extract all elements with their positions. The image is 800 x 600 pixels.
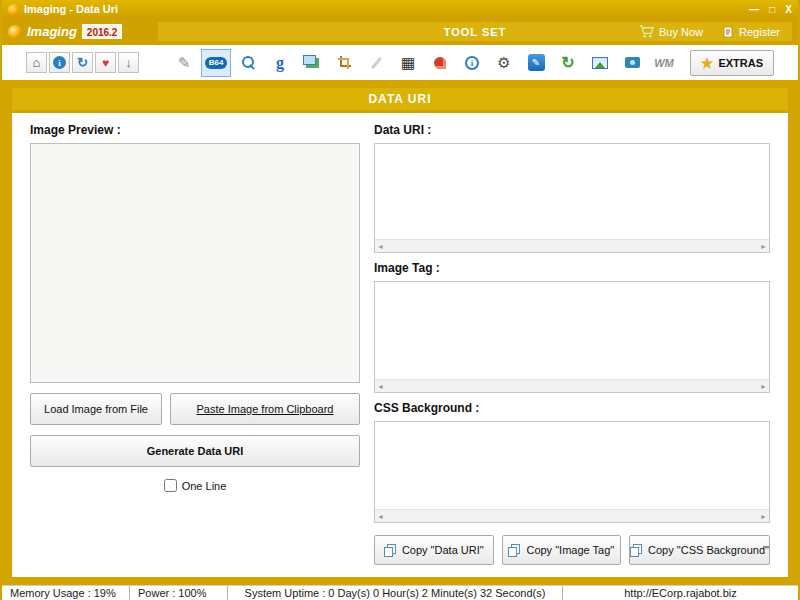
download-icon: ↓ bbox=[125, 56, 132, 69]
screenshot-button[interactable] bbox=[617, 49, 647, 77]
pixel-grid-button[interactable]: ▦ bbox=[393, 49, 423, 77]
version-badge: 2016.2 bbox=[82, 24, 123, 39]
copy-css-background-button[interactable]: Copy "CSS Background" bbox=[629, 535, 770, 565]
b64-icon: B64 bbox=[205, 57, 228, 69]
image-tag-textarea[interactable] bbox=[375, 282, 769, 379]
buy-now-label: Buy Now bbox=[659, 26, 703, 38]
copy-data-uri-label: Copy "Data URI" bbox=[402, 544, 484, 556]
data-uri-label: Data URI : bbox=[374, 123, 770, 139]
toolbar: ⌂ i ↻ ♥ ↓ ✎ B64 g ▦ i ⚙ ✎ ↻ WM ★ EXTRAS bbox=[2, 45, 798, 80]
base64-encoder-button[interactable]: B64 bbox=[201, 49, 231, 77]
toolset-strip: TOOL SET Buy Now Register bbox=[158, 22, 792, 41]
info-icon: i bbox=[53, 56, 66, 69]
search-icon bbox=[242, 56, 255, 69]
refresh-button[interactable]: ↻ bbox=[553, 49, 583, 77]
content-frame: DATA URI Image Preview : Load Image from… bbox=[2, 80, 798, 585]
page-title: DATA URI bbox=[12, 88, 788, 110]
register-icon bbox=[723, 26, 734, 38]
photos-icon bbox=[303, 55, 316, 65]
star-icon: ★ bbox=[701, 56, 714, 70]
data-uri-box: ◄ ► bbox=[374, 143, 770, 253]
scroll-right-icon[interactable]: ► bbox=[760, 243, 767, 250]
register-button[interactable]: Register bbox=[723, 26, 780, 38]
download-button[interactable]: ↓ bbox=[118, 52, 139, 73]
image-tag-hscrollbar[interactable]: ◄ ► bbox=[375, 379, 769, 392]
maximize-button[interactable]: □ bbox=[769, 4, 775, 15]
color-picker-button[interactable]: ✎ bbox=[169, 49, 199, 77]
one-line-label: One Line bbox=[182, 480, 227, 492]
scroll-left-icon[interactable]: ◄ bbox=[377, 513, 384, 520]
copy-css-background-label: Copy "CSS Background" bbox=[648, 544, 769, 556]
favorite-button[interactable]: ♥ bbox=[95, 52, 116, 73]
load-paste-row: Load Image from File Paste Image from Cl… bbox=[30, 393, 360, 425]
buy-now-button[interactable]: Buy Now bbox=[639, 25, 703, 38]
tool-set: ✎ B64 g ▦ i ⚙ ✎ ↻ WM bbox=[169, 49, 679, 77]
brush-icon bbox=[370, 56, 381, 69]
home-icon: ⌂ bbox=[33, 56, 41, 69]
vendor-url: http://ECorp.rajabot.biz bbox=[563, 586, 798, 600]
css-background-box: ◄ ► bbox=[374, 421, 770, 523]
brand: Imaging 2016.2 bbox=[8, 24, 158, 39]
copy-icon bbox=[384, 544, 396, 557]
scroll-left-icon[interactable]: ◄ bbox=[377, 383, 384, 390]
data-uri-textarea[interactable] bbox=[375, 144, 769, 239]
image-preview-label: Image Preview : bbox=[30, 123, 360, 139]
sun-logo-icon bbox=[8, 25, 22, 39]
watermark-icon: WM bbox=[654, 57, 674, 69]
image-info-button[interactable]: i bbox=[457, 49, 487, 77]
memory-usage-status: Memory Usage : 19% bbox=[2, 586, 130, 600]
css-background-hscrollbar[interactable]: ◄ ► bbox=[375, 509, 769, 522]
home-button[interactable]: ⌂ bbox=[26, 52, 47, 73]
sync-icon: ↻ bbox=[77, 56, 88, 69]
scroll-right-icon[interactable]: ► bbox=[760, 383, 767, 390]
image-tag-label: Image Tag : bbox=[374, 261, 770, 277]
register-label: Register bbox=[739, 26, 780, 38]
magnifier-button[interactable] bbox=[233, 49, 263, 77]
cart-icon bbox=[639, 25, 654, 38]
heart-icon: ♥ bbox=[102, 57, 109, 69]
extras-button[interactable]: ★ EXTRAS bbox=[690, 50, 774, 76]
data-uri-hscrollbar[interactable]: ◄ ► bbox=[375, 239, 769, 252]
about-button[interactable]: i bbox=[49, 52, 70, 73]
data-uri-panel: Image Preview : Load Image from File Pas… bbox=[12, 113, 788, 577]
titlebar: Imaging - Data Uri — □ X bbox=[2, 0, 798, 18]
scroll-left-icon[interactable]: ◄ bbox=[377, 243, 384, 250]
header: Imaging 2016.2 TOOL SET Buy Now bbox=[2, 18, 798, 45]
crop-button[interactable] bbox=[329, 49, 359, 77]
copy-image-tag-button[interactable]: Copy "Image Tag" bbox=[502, 535, 622, 565]
minimize-button[interactable]: — bbox=[749, 4, 759, 15]
grid-icon: ▦ bbox=[401, 55, 415, 70]
google-search-button[interactable]: g bbox=[265, 49, 295, 77]
window-title: Imaging - Data Uri bbox=[24, 3, 118, 15]
picture-button[interactable] bbox=[585, 49, 615, 77]
sync-button[interactable]: ↻ bbox=[72, 52, 93, 73]
pen-icon: ✎ bbox=[178, 55, 191, 70]
copy-icon bbox=[508, 544, 520, 557]
load-image-button[interactable]: Load Image from File bbox=[30, 393, 162, 425]
image-stack-button[interactable] bbox=[297, 49, 327, 77]
gear-icon: ⚙ bbox=[497, 55, 510, 70]
one-line-checkbox[interactable] bbox=[164, 479, 177, 492]
app-name: Imaging bbox=[27, 24, 77, 39]
css-background-textarea[interactable] bbox=[375, 422, 769, 509]
camera-icon bbox=[625, 57, 640, 68]
editor-button[interactable]: ✎ bbox=[521, 49, 551, 77]
crop-icon bbox=[338, 56, 351, 69]
watermark-button[interactable]: WM bbox=[649, 49, 679, 77]
settings-button[interactable]: ⚙ bbox=[489, 49, 519, 77]
image-tag-box: ◄ ► bbox=[374, 281, 770, 393]
paint-button[interactable] bbox=[425, 49, 455, 77]
left-column: Image Preview : Load Image from File Pas… bbox=[30, 123, 360, 565]
edit-icon: ✎ bbox=[528, 54, 545, 71]
copy-data-uri-button[interactable]: Copy "Data URI" bbox=[374, 535, 494, 565]
scroll-right-icon[interactable]: ► bbox=[760, 513, 767, 520]
refresh-icon: ↻ bbox=[561, 55, 574, 71]
app-window: Imaging - Data Uri — □ X Imaging 2016.2 … bbox=[0, 0, 800, 600]
brush-button[interactable] bbox=[361, 49, 391, 77]
header-links: Buy Now Register bbox=[639, 25, 792, 38]
generate-data-uri-button[interactable]: Generate Data URI bbox=[30, 435, 360, 467]
paste-image-button[interactable]: Paste Image from Clipboard bbox=[170, 393, 360, 425]
close-button[interactable]: X bbox=[785, 4, 792, 15]
window-controls: — □ X bbox=[749, 4, 792, 15]
copy-icon bbox=[630, 544, 642, 557]
